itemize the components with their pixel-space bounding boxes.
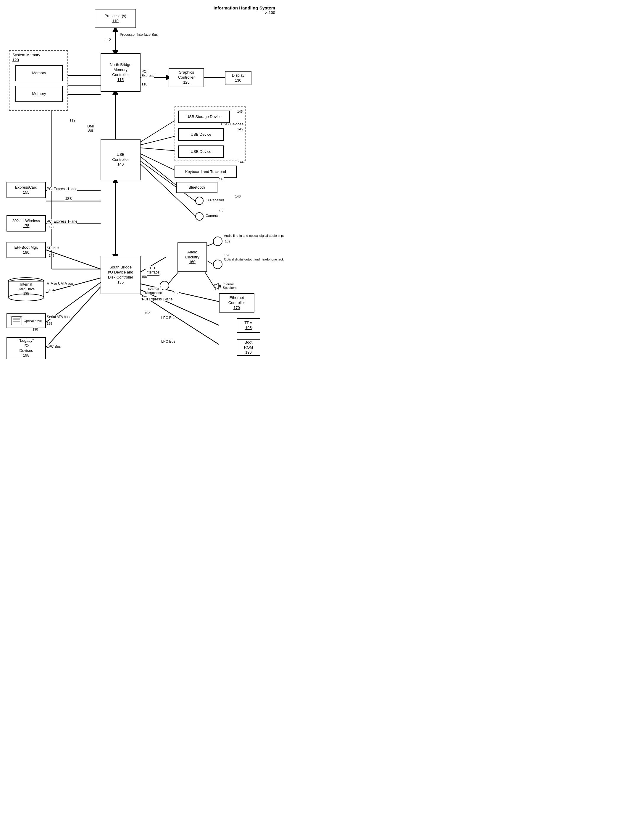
tpm-box: TPM 195 bbox=[237, 318, 260, 333]
internalspeakers-icon bbox=[212, 282, 222, 291]
display-box: Display 130 bbox=[225, 71, 251, 85]
num192-label: 192 bbox=[145, 311, 150, 315]
memory1-box: Memory bbox=[15, 65, 63, 81]
opticalout-num: 164 bbox=[224, 253, 229, 257]
camera-label: Camera bbox=[206, 214, 218, 218]
irreceiver-label: IR Receiver bbox=[206, 198, 224, 202]
num190-label: 190 bbox=[33, 328, 38, 331]
title-number: 100 bbox=[269, 10, 275, 15]
svg-line-19 bbox=[46, 250, 100, 269]
svg-line-9 bbox=[140, 154, 178, 171]
pcie1lane-wifi-label: PCI Express 1-lane bbox=[47, 219, 77, 223]
num119-label: 119 bbox=[70, 118, 75, 122]
pciexpress-label: PCI Express bbox=[141, 70, 154, 78]
dmibus-label: DMI Bus bbox=[87, 124, 94, 132]
systemmemory-box: System Memory 120 Memory Memory bbox=[9, 50, 68, 111]
bootrom-box: Boot ROM 196 bbox=[237, 339, 260, 356]
usbdevices-group: USB Devices 142 USB Storage Device 145 U… bbox=[175, 106, 246, 161]
internalspeakers-label: Internal Speakers bbox=[223, 282, 236, 290]
svg-point-38 bbox=[20, 317, 21, 319]
opticaldrive-box: Optical drive bbox=[6, 314, 46, 328]
keyboard-num: 144 bbox=[238, 160, 243, 164]
legacyio-box: "Legacy" I/O Devices 198 bbox=[6, 337, 46, 359]
atabus-label: ATA or UATA bus bbox=[47, 282, 73, 285]
serialatabus-label: Serial ATA bus bbox=[47, 315, 70, 319]
expresscard-box: ExpressCard 155 bbox=[6, 182, 46, 198]
diagram-title: Information Handling System bbox=[214, 5, 275, 10]
lpcbus-boot-label: LPC Bus bbox=[161, 339, 175, 344]
audio-box: Audio Circuitry 160 bbox=[178, 242, 207, 272]
usbstorage-box: USB Storage Device bbox=[178, 111, 230, 123]
svg-line-10 bbox=[140, 157, 178, 186]
wireless-box: 802.11 Wireless 175 bbox=[6, 215, 46, 231]
num178-label: 178 bbox=[49, 254, 54, 257]
diagram: Information Handling System ↙ 100 Proces… bbox=[0, 0, 284, 408]
pcie1lane-eth-label: PCI Express 1-lane bbox=[142, 297, 172, 301]
svg-line-6 bbox=[140, 120, 176, 142]
title-arrow: ↙ 100 bbox=[264, 10, 275, 15]
bluetooth-box: Bluetooth bbox=[176, 182, 218, 193]
svg-line-7 bbox=[140, 136, 176, 145]
graphics-box: Graphics Controller 125 bbox=[168, 68, 204, 87]
usbdevice1-box: USB Device bbox=[178, 128, 224, 141]
spibus-label: SPI bus bbox=[47, 246, 59, 250]
processor-bus-label: Processor Interface Bus bbox=[120, 33, 158, 36]
camera-num: 150 bbox=[219, 209, 224, 213]
opticaldrive-icon bbox=[11, 315, 22, 326]
svg-rect-36 bbox=[13, 319, 20, 320]
southbridge-box: South Bridge I/O Device and Disk Control… bbox=[100, 256, 140, 294]
opticalout-label: Optical digital output and headphone jac… bbox=[224, 257, 284, 262]
usbcontroller-box: USB Controller 140 bbox=[100, 139, 140, 181]
usbstorage-num: 145 bbox=[237, 109, 243, 114]
usb-exp-label: USB bbox=[65, 197, 72, 201]
num172-label: 172 bbox=[49, 225, 54, 229]
num166-label: 166 bbox=[174, 291, 179, 295]
pcie1lane-exp-label: PCI Express 1-lane bbox=[47, 187, 77, 191]
ethcontroller-box: Ethernet Controller 170 bbox=[219, 293, 254, 312]
harddrive-cylinder: Internal Hard Drive 185 bbox=[6, 276, 46, 303]
bluetooth-num: 146 bbox=[219, 178, 224, 181]
svg-line-30 bbox=[140, 290, 219, 325]
memory2-box: Memory bbox=[15, 86, 63, 102]
lpcbus-legacy-label: LPC Bus bbox=[47, 344, 60, 349]
num118-label: 118 bbox=[141, 82, 147, 86]
num184-label: 184 bbox=[49, 288, 54, 292]
num188-label: 188 bbox=[47, 322, 52, 325]
num158-label: 158 bbox=[141, 275, 147, 279]
svg-rect-37 bbox=[13, 321, 20, 322]
audioline-num: 162 bbox=[225, 239, 230, 243]
svg-marker-39 bbox=[214, 283, 218, 289]
audioline-label: Audio line-in and optical digital audio … bbox=[224, 234, 284, 238]
hdinterface-label: HD Interface bbox=[146, 266, 159, 276]
irreceiver-icon bbox=[195, 197, 203, 205]
usbdevice2-box: USB Device bbox=[178, 146, 224, 158]
title-area: Information Handling System ↙ 100 bbox=[214, 5, 275, 15]
efiboot-box: EFI-Boot Mgr. 180 bbox=[6, 242, 46, 258]
svg-line-31 bbox=[140, 294, 219, 344]
svg-line-8 bbox=[140, 148, 176, 151]
irreceiver-num: 148 bbox=[235, 195, 240, 198]
audioline-icon bbox=[213, 236, 223, 246]
lpcbus-tpm-label: LPC Bus bbox=[161, 316, 175, 320]
camera-icon bbox=[195, 212, 203, 220]
keyboard-box: Keyboard and Trackpad bbox=[175, 166, 237, 178]
num112-label: 112 bbox=[105, 38, 111, 42]
processor-box: Processor(s) 110 bbox=[95, 9, 136, 28]
opticalout-icon bbox=[213, 260, 223, 269]
northbridge-box: North Bridge Memory Controller 115 bbox=[100, 53, 140, 92]
internalmic-label: Internal Microphone bbox=[145, 287, 162, 295]
